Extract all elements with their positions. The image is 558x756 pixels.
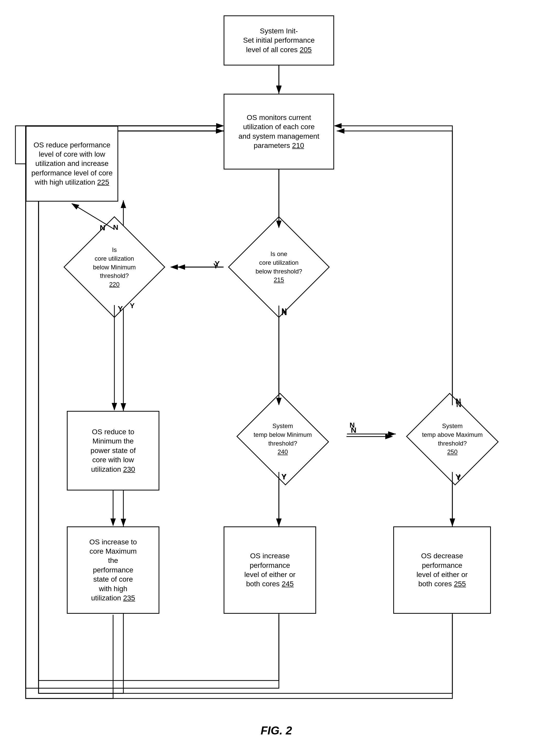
- os-increase-perf-num: 245: [282, 580, 294, 588]
- os-increase-max-label: OS increase to core Maximum the performa…: [89, 538, 137, 602]
- n-label-240-right: N: [351, 426, 356, 434]
- os-reduce-perf-num: 225: [97, 178, 109, 186]
- os-reduce-perf-box: OS reduce performance level of core with…: [26, 126, 118, 201]
- n-label-220-up: N: [100, 223, 105, 232]
- os-decrease-perf-num: 255: [454, 580, 466, 588]
- os-reduce-min-box: OS reduce to Minimum the power state of …: [67, 411, 159, 490]
- y-label-220-down: Y: [118, 304, 123, 313]
- label-y-220: Y: [130, 302, 135, 310]
- y-label-240-down: Y: [281, 473, 286, 481]
- diamond-240-wrapper: System temp below Minimum threshold? 240: [224, 406, 342, 473]
- os-monitors-label: OS monitors current utilization of each …: [238, 113, 319, 150]
- label-n-220: N: [113, 223, 118, 232]
- y-label-250-down: Y: [455, 473, 461, 481]
- diamond-220-wrapper: Is core utilization below Minimum thresh…: [59, 228, 170, 305]
- os-decrease-perf-box: OS decrease performance level of either …: [393, 526, 491, 614]
- os-reduce-min-num: 230: [123, 465, 135, 473]
- os-increase-max-box: OS increase to core Maximum the performa…: [67, 526, 159, 614]
- fig-label: FIG. 2: [231, 724, 321, 737]
- system-init-box: System Init- Set initial performance lev…: [224, 16, 334, 65]
- diamond-250-wrapper: System temp above Maximum threshold? 250: [393, 406, 511, 473]
- os-monitors-num: 210: [292, 141, 304, 150]
- n-label-250-up: N: [455, 397, 461, 405]
- os-increase-perf-box: OS increase performance level of either …: [224, 526, 316, 614]
- os-monitors-box: OS monitors current utilization of each …: [224, 94, 334, 169]
- n-label-215-down: N: [281, 308, 287, 317]
- os-increase-max-num: 235: [123, 594, 135, 602]
- y-label-215-to-220: Y: [214, 259, 220, 268]
- system-init-num: 205: [300, 46, 312, 54]
- diamond-215-wrapper: Is one core utilization below threshold?…: [224, 228, 334, 305]
- fig-text: FIG. 2: [261, 724, 292, 737]
- flowchart-diagram: System Init- Set initial performance lev…: [0, 0, 558, 756]
